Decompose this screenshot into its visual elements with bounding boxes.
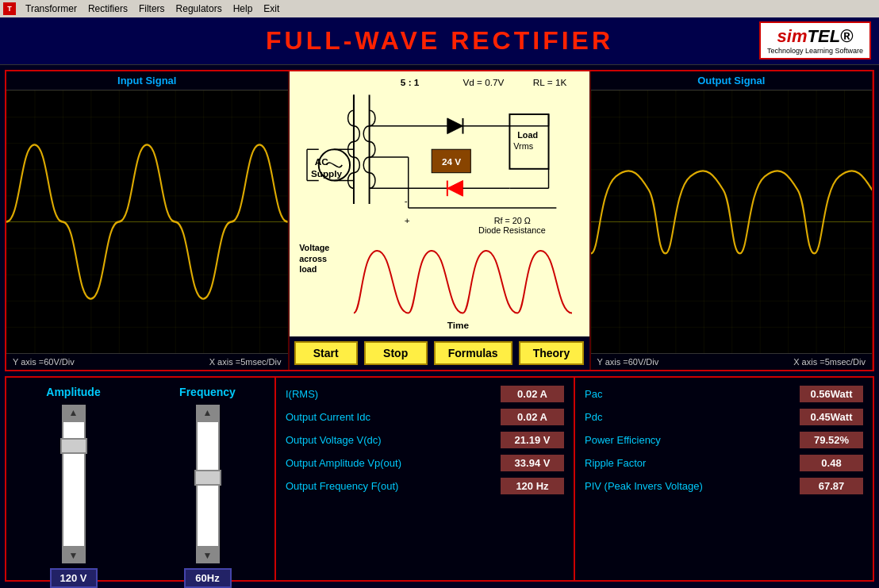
- input-scope-screen: [6, 90, 288, 353]
- frequency-up-arrow[interactable]: ▲: [196, 405, 220, 421]
- svg-text:RL = 1K: RL = 1K: [532, 77, 566, 87]
- measurements-right-panel: Pac 0.56Watt Pdc 0.45Watt Power Efficien…: [575, 378, 873, 580]
- vdc-label: Output Voltage V(dc): [286, 434, 413, 446]
- irms-label: I(RMS): [286, 388, 413, 400]
- measurements-left-panel: I(RMS) 0.02 A Output Current Idc 0.02 A …: [276, 378, 575, 580]
- frequency-slider-track[interactable]: [196, 421, 220, 548]
- circuit-panel: 5 : 1 Vd = 0.7V RL = 1K AC Supply: [289, 71, 590, 370]
- circuit-area: 5 : 1 Vd = 0.7V RL = 1K AC Supply: [290, 71, 589, 336]
- svg-text:Rf = 20 Ω: Rf = 20 Ω: [493, 216, 530, 225]
- measure-row-idc: Output Current Idc 0.02 A: [286, 407, 564, 427]
- frequency-label: Frequency: [179, 386, 236, 398]
- svg-text:Voltage: Voltage: [299, 243, 329, 252]
- ripple-label: Ripple Factor: [585, 457, 712, 469]
- svg-text:Supply: Supply: [310, 168, 342, 179]
- pdc-label: Pdc: [585, 411, 712, 423]
- svg-text:Time: Time: [447, 320, 469, 330]
- input-signal-title: Input Signal: [6, 71, 288, 90]
- logo-sub: Technology Learning Software: [767, 47, 863, 55]
- amplitude-down-arrow[interactable]: ▼: [62, 548, 86, 563]
- efficiency-value: 79.52%: [800, 432, 863, 448]
- input-signal-panel: Input Signal Y: [6, 71, 289, 370]
- amplitude-label: Amplitude: [46, 386, 100, 398]
- measure-row-irms: I(RMS) 0.02 A: [286, 384, 564, 404]
- svg-text:Load: Load: [517, 130, 538, 140]
- output-scope-screen: [591, 90, 873, 353]
- svg-text:load: load: [299, 264, 317, 274]
- measure-row-piv: PIV (Peak Invers Voltage) 67.87: [585, 476, 863, 496]
- svg-text:-: -: [404, 195, 407, 206]
- stop-button[interactable]: Stop: [364, 341, 428, 365]
- pac-value: 0.56Watt: [800, 386, 863, 402]
- controls-panel: Amplitude ▲ ▼ 120 V Frequency ▲ ▼: [6, 378, 276, 580]
- menu-exit[interactable]: Exit: [259, 2, 284, 16]
- menu-transformer[interactable]: Transformer: [21, 2, 82, 16]
- fout-value: 120 Hz: [501, 478, 564, 494]
- svg-rect-2: [291, 71, 587, 336]
- logo: simTEL® Technology Learning Software: [759, 21, 871, 60]
- formulas-button[interactable]: Formulas: [434, 341, 512, 365]
- svg-text:+: +: [404, 215, 409, 225]
- piv-value: 67.87: [800, 478, 863, 494]
- frequency-slider-thumb[interactable]: [194, 470, 221, 486]
- theory-button[interactable]: Theory: [519, 341, 585, 365]
- bottom-section: Amplitude ▲ ▼ 120 V Frequency ▲ ▼: [5, 376, 874, 582]
- header: FULL-WAVE RECTIFIER simTEL® Technology L…: [0, 17, 879, 65]
- page-title: FULL-WAVE RECTIFIER: [266, 26, 613, 56]
- measure-row-ripple: Ripple Factor 0.48: [585, 453, 863, 473]
- input-scope-svg: [6, 90, 288, 353]
- measure-row-efficiency: Power Efficiency 79.52%: [585, 430, 863, 450]
- measure-row-pac: Pac 0.56Watt: [585, 384, 863, 404]
- button-row: Start Stop Formulas Theory: [290, 336, 589, 370]
- idc-value: 0.02 A: [501, 409, 564, 425]
- frequency-down-arrow[interactable]: ▼: [196, 548, 220, 563]
- measure-row-pdc: Pdc 0.45Watt: [585, 407, 863, 427]
- svg-text:Vrms: Vrms: [513, 141, 533, 151]
- menu-regulators[interactable]: Regulators: [171, 2, 227, 16]
- output-scope-labels: Y axis =60V/Div X axis =5msec/Div: [591, 353, 873, 370]
- frequency-control: Frequency ▲ ▼ 60Hz: [148, 386, 267, 588]
- input-y-axis-label: Y axis =60V/Div: [13, 357, 75, 367]
- start-button[interactable]: Start: [294, 341, 358, 365]
- pdc-value: 0.45Watt: [800, 409, 863, 425]
- controls-row: Amplitude ▲ ▼ 120 V Frequency ▲ ▼: [14, 386, 267, 588]
- vpout-value: 33.94 V: [501, 455, 564, 471]
- measure-row-vdc: Output Voltage V(dc) 21.19 V: [286, 430, 564, 450]
- input-x-axis-label: X axis =5msec/Div: [209, 357, 282, 367]
- amplitude-slider-track[interactable]: [62, 421, 86, 548]
- ripple-value: 0.48: [800, 455, 863, 471]
- amplitude-value: 120 V: [50, 568, 98, 588]
- output-scope-svg: [591, 90, 873, 353]
- menubar: T Transformer Rectifiers Filters Regulat…: [0, 0, 879, 17]
- menu-filters[interactable]: Filters: [134, 2, 170, 16]
- svg-text:5 : 1: 5 : 1: [400, 77, 419, 87]
- menu-rectifiers[interactable]: Rectifiers: [83, 2, 132, 16]
- idc-label: Output Current Idc: [286, 411, 413, 423]
- efficiency-label: Power Efficiency: [585, 434, 712, 446]
- piv-label: PIV (Peak Invers Voltage): [585, 480, 712, 492]
- svg-text:Diode Resistance: Diode Resistance: [478, 225, 546, 235]
- measure-row-vpout: Output Amplitude Vp(out) 33.94 V: [286, 453, 564, 473]
- output-y-axis-label: Y axis =60V/Div: [597, 357, 659, 367]
- circuit-svg: 5 : 1 Vd = 0.7V RL = 1K AC Supply: [290, 71, 589, 336]
- app-icon: T: [3, 2, 16, 15]
- measure-row-fout: Output Frequency F(out) 120 Hz: [286, 476, 564, 496]
- input-scope-labels: Y axis =60V/Div X axis =5msec/Div: [6, 353, 288, 370]
- menu-help[interactable]: Help: [228, 2, 258, 16]
- svg-text:across: across: [299, 254, 327, 263]
- vpout-label: Output Amplitude Vp(out): [286, 457, 413, 469]
- svg-text:Vd = 0.7V: Vd = 0.7V: [463, 77, 504, 87]
- main-content: Input Signal Y: [0, 65, 879, 588]
- output-signal-panel: Output Signal Y axis =60V/Div X axis =: [590, 71, 873, 370]
- output-signal-title: Output Signal: [591, 71, 873, 90]
- vdc-value: 21.19 V: [501, 432, 564, 448]
- pac-label: Pac: [585, 388, 712, 400]
- amplitude-slider-thumb[interactable]: [60, 438, 87, 454]
- svg-text:24 V: 24 V: [441, 156, 460, 167]
- top-section: Input Signal Y: [5, 70, 874, 371]
- logo-brand: simTEL®: [777, 26, 854, 47]
- irms-value: 0.02 A: [501, 386, 564, 402]
- fout-label: Output Frequency F(out): [286, 480, 413, 492]
- amplitude-up-arrow[interactable]: ▲: [62, 405, 86, 421]
- output-x-axis-label: X axis =5msec/Div: [793, 357, 866, 367]
